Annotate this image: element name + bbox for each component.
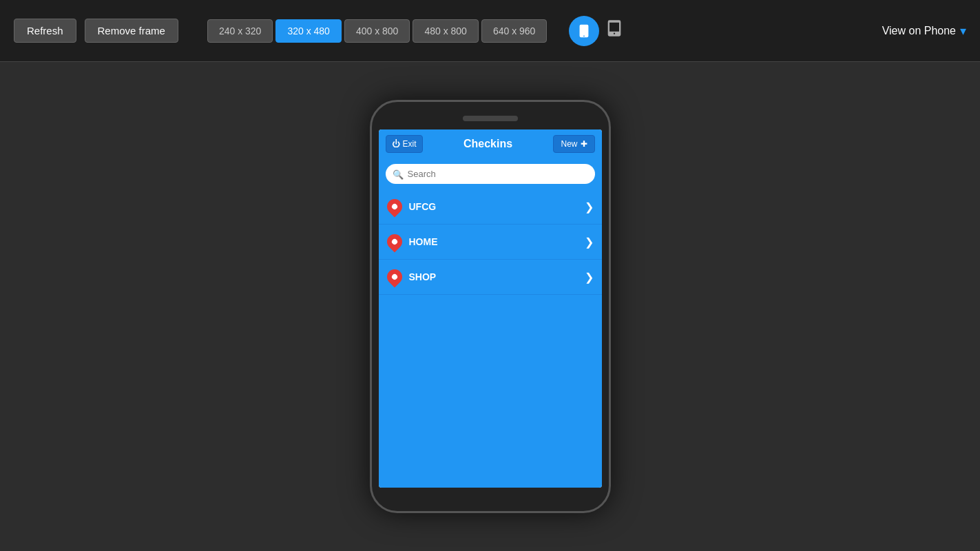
checkin-name: UFCG xyxy=(409,201,585,212)
phone-screen: ⏻ Exit Checkins New ✚ 🔍 xyxy=(379,129,602,488)
search-wrapper: 🔍 xyxy=(386,164,595,184)
refresh-button[interactable]: Refresh xyxy=(14,19,76,43)
chevron-right-icon: ❯ xyxy=(585,200,594,214)
checkin-item-ufcg[interactable]: UFCG ❯ xyxy=(379,189,602,225)
res-btn-640x960[interactable]: 640 x 960 xyxy=(481,19,548,43)
checkin-item-shop[interactable]: SHOP ❯ xyxy=(379,260,602,295)
chevron-right-icon: ❯ xyxy=(585,271,594,284)
exit-button[interactable]: ⏻ Exit xyxy=(386,135,423,153)
main-content: ⏻ Exit Checkins New ✚ 🔍 xyxy=(0,62,980,551)
bottom-bar xyxy=(379,468,602,488)
res-btn-400x800[interactable]: 400 x 800 xyxy=(344,19,410,43)
view-on-phone-label: View on Phone xyxy=(882,25,956,37)
res-btn-320x480[interactable]: 320 x 480 xyxy=(275,19,342,43)
toolbar: Refresh Remove frame 240 x 320 320 x 480… xyxy=(0,0,980,62)
checkin-name: SHOP xyxy=(409,271,585,282)
phone-device-button[interactable] xyxy=(569,16,599,46)
search-input[interactable] xyxy=(386,164,595,184)
location-pin-icon xyxy=(384,231,405,252)
location-pin-icon xyxy=(384,266,405,287)
remove-frame-button[interactable]: Remove frame xyxy=(85,19,178,43)
app-title: Checkins xyxy=(427,138,550,150)
device-icons xyxy=(569,16,624,46)
checkin-name: HOME xyxy=(409,236,585,247)
checkin-item-home[interactable]: HOME ❯ xyxy=(379,225,602,260)
exit-label: Exit xyxy=(403,139,417,149)
tablet-device-button[interactable] xyxy=(605,19,624,43)
res-btn-240x320[interactable]: 240 x 320 xyxy=(207,19,273,43)
resolution-group: 240 x 320 320 x 480 400 x 800 480 x 800 … xyxy=(207,19,548,43)
new-button[interactable]: New ✚ xyxy=(553,135,594,153)
app-header: ⏻ Exit Checkins New ✚ xyxy=(379,129,602,158)
plus-icon: ✚ xyxy=(581,139,587,149)
phone-frame: ⏻ Exit Checkins New ✚ 🔍 xyxy=(370,100,611,513)
view-on-phone-button[interactable]: View on Phone ▾ xyxy=(882,23,966,39)
checkin-list: UFCG ❯ HOME ❯ SHOP ❯ xyxy=(379,189,602,468)
search-bar-container: 🔍 xyxy=(379,158,602,189)
phone-speaker xyxy=(463,116,518,121)
power-icon: ⏻ xyxy=(392,139,400,149)
new-label: New xyxy=(561,139,577,149)
chevron-down-icon: ▾ xyxy=(960,23,966,39)
location-pin-icon xyxy=(384,196,405,217)
res-btn-480x800[interactable]: 480 x 800 xyxy=(413,19,479,43)
chevron-right-icon: ❯ xyxy=(585,236,594,249)
search-icon: 🔍 xyxy=(393,169,404,179)
